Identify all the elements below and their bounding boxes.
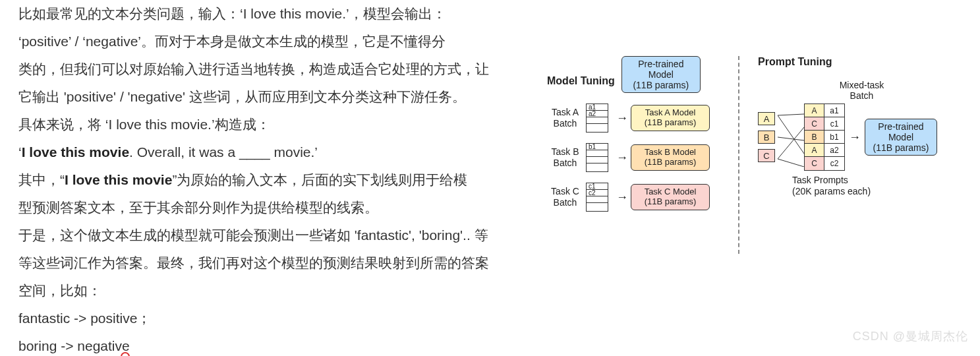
task-b-l2: Batch (554, 158, 577, 168)
task-b-ml2: (11B params) (645, 158, 697, 167)
para-2: ‘positive’ / ‘negative’。而对于本身是做文本生成的模型，它… (18, 28, 526, 55)
mixed-batch-title: Mixed-task Batch (758, 80, 966, 101)
task-c-ml1: Task C Model (645, 187, 697, 197)
task-a-l1: Task A (552, 107, 579, 117)
para-3: 类的，但我们可以对原始输入进行适当地转换，构造成适合它处理的方式，让 (18, 55, 526, 83)
cell: c2 (587, 190, 608, 196)
cell: b1 (587, 144, 608, 150)
cell (587, 163, 608, 170)
cell (587, 196, 608, 203)
prompt-tuning-panel: Prompt Tuning Mixed-task Batch A B C (758, 56, 966, 197)
watermark: CSDN @曼城周杰伦 (853, 328, 968, 344)
mix-labels: A B C (758, 112, 775, 162)
bold-sentence-1: I love this movie (22, 144, 129, 160)
cell (587, 157, 608, 163)
cell (587, 150, 608, 157)
para-7: 其中，“I love this movie”为原始的输入文本，后面的实下划线则用… (18, 166, 526, 194)
pt-pretrained-model-box: Pre-trained Model (11B params) (865, 119, 937, 156)
mix-label-a: A (758, 112, 775, 125)
cell: a2 (587, 111, 608, 117)
task-b-ml1: Task B Model (645, 148, 696, 158)
ptm-l3: (11B params) (873, 142, 929, 153)
svg-line-3 (778, 127, 804, 159)
para-11: 空间，比如： (18, 277, 526, 305)
task-c-l1: Task C (551, 186, 579, 196)
tp-c2: (20K params each) (792, 186, 871, 196)
mc: b1 (824, 131, 844, 144)
article-text: 比如最常见的文本分类问题，输入：‘I love this movie.’，模型会… (18, 0, 526, 356)
para-12: fantastic -> positive； (18, 305, 526, 332)
pt-l2: Model (649, 69, 674, 80)
task-a-l2: Batch (554, 118, 577, 129)
cell (587, 117, 608, 124)
svg-line-1 (778, 115, 804, 154)
task-b-l1: Task B (551, 146, 579, 157)
task-c-model-box: Task C Model (11B params) (631, 184, 710, 210)
mixed-row: A B C Aa1 Cc1 Bb1 A (758, 104, 966, 171)
template-tail: . Overall, it was a ____ movie.’ (129, 144, 318, 160)
task-c-batch: c1 c2 (586, 183, 608, 212)
bold-sentence-2: I love this movie (65, 172, 172, 187)
para-4: 它输出 'positive' / 'negative' 这些词，从而应用到文本分… (18, 83, 526, 111)
mc: C (805, 117, 824, 131)
task-c-ml2: (11B params) (645, 197, 697, 207)
task-prompts-caption: Task Prompts (20K params each) (792, 175, 966, 197)
mix-label-b: B (758, 131, 775, 144)
para-1: 比如最常见的文本分类问题，输入：‘I love this movie.’，模型会… (18, 0, 526, 28)
task-b-row: Task B Batch b1 → Task B Model (11B para… (547, 143, 738, 172)
mc: a2 (824, 144, 844, 157)
svg-line-0 (778, 114, 804, 115)
pretrained-model-box: Pre-trained Model (11B params) (621, 56, 701, 93)
svg-line-4 (778, 159, 804, 167)
cell (587, 124, 608, 131)
prompt-tuning-title: Prompt Tuning (758, 56, 966, 68)
task-c-l2: Batch (554, 197, 577, 208)
task-b-batch: b1 (586, 143, 608, 172)
arrow-icon: → (616, 151, 628, 165)
para-10: 等这些词汇作为答案。最终，我们再对这个模型的预测结果映射到所需的答案 (18, 249, 526, 277)
para-7c: ”为原始的输入文本，后面的实下划线则用于给模 (172, 172, 467, 187)
svg-line-2 (778, 137, 804, 140)
task-a-ml1: Task A Model (645, 108, 696, 118)
mixed-batch-table: Aa1 Cc1 Bb1 Aa2 Cc2 (804, 104, 845, 171)
model-tuning-panel: Model Tuning Pre-trained Model (11B para… (547, 56, 738, 212)
para-8: 型预测答案文本，至于其余部分则作为提供给模型的线索。 (18, 194, 526, 222)
para-5: 具体来说，将 ‘I love this movie.’构造成： (18, 111, 526, 138)
para-13-text: boring -> negative (18, 338, 130, 353)
para-13: boring -> negative (18, 332, 526, 356)
mc: c2 (824, 157, 844, 170)
para-9: 于是，这个做文本生成的模型就可能会预测出一些诸如 'fantastic', 'b… (18, 222, 526, 249)
mc: a1 (824, 104, 844, 117)
arrow-icon: → (849, 131, 861, 144)
task-a-batch: a1 a2 (586, 104, 608, 133)
mc: A (805, 144, 824, 157)
task-c-label: Task C Batch (547, 186, 583, 208)
pt-l3: (11B params) (633, 80, 689, 90)
mc: c1 (824, 117, 844, 131)
mc: C (805, 157, 824, 170)
cursor-dot-icon (121, 352, 130, 356)
task-c-row: Task C Batch c1 c2 → Task C Model (11B p… (547, 183, 738, 212)
cell (587, 203, 608, 210)
mix-arrows-icon (778, 107, 804, 167)
mc: A (805, 104, 824, 117)
arrow-icon: → (616, 191, 628, 204)
para-7a: 其中，“ (18, 172, 65, 187)
task-a-model-box: Task A Model (11B params) (631, 105, 710, 131)
task-b-label: Task B Batch (547, 146, 583, 169)
task-b-model-box: Task B Model (11B params) (631, 144, 710, 171)
page: 比如最常见的文本分类问题，输入：‘I love this movie.’，模型会… (0, 0, 980, 356)
task-a-label: Task A Batch (547, 107, 583, 129)
divider-icon (738, 56, 739, 254)
task-a-row: Task A Batch a1 a2 → Task A Model (11B p… (547, 104, 738, 133)
tuning-diagram: Model Tuning Pre-trained Model (11B para… (547, 56, 969, 212)
arrow-icon: → (616, 111, 628, 125)
mc: B (805, 131, 824, 144)
mix-label-c: C (758, 149, 775, 162)
para-6: ‘I love this movie. Overall, it was a __… (18, 138, 526, 166)
task-a-ml2: (11B params) (645, 118, 697, 128)
tp-c1: Task Prompts (792, 175, 848, 185)
model-tuning-title: Model Tuning (547, 75, 621, 87)
ptm-l1: Pre-trained (878, 121, 923, 132)
pt-l1: Pre-trained (638, 59, 683, 69)
